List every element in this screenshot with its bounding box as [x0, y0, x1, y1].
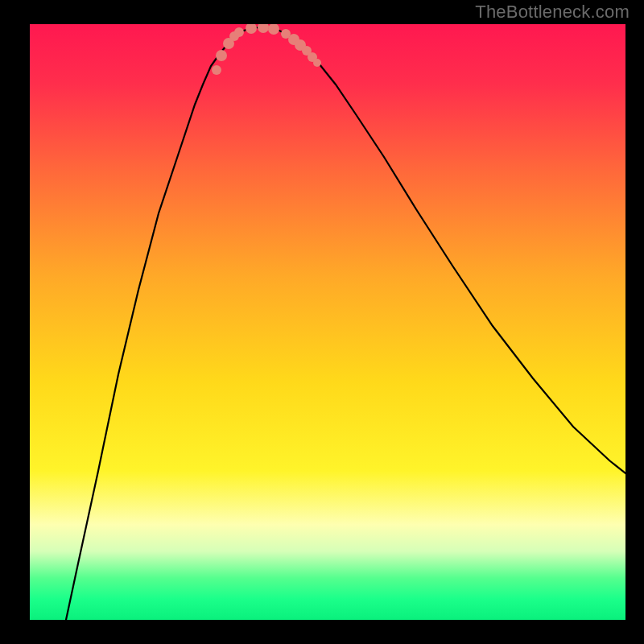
watermark-text: TheBottleneck.com — [475, 2, 630, 23]
bottleneck-chart — [30, 24, 625, 620]
data-marker — [216, 50, 227, 61]
data-marker — [212, 65, 221, 75]
data-marker — [313, 59, 321, 67]
data-marker — [234, 27, 244, 37]
gradient-background — [30, 24, 625, 620]
outer-frame: TheBottleneck.com — [0, 0, 644, 644]
